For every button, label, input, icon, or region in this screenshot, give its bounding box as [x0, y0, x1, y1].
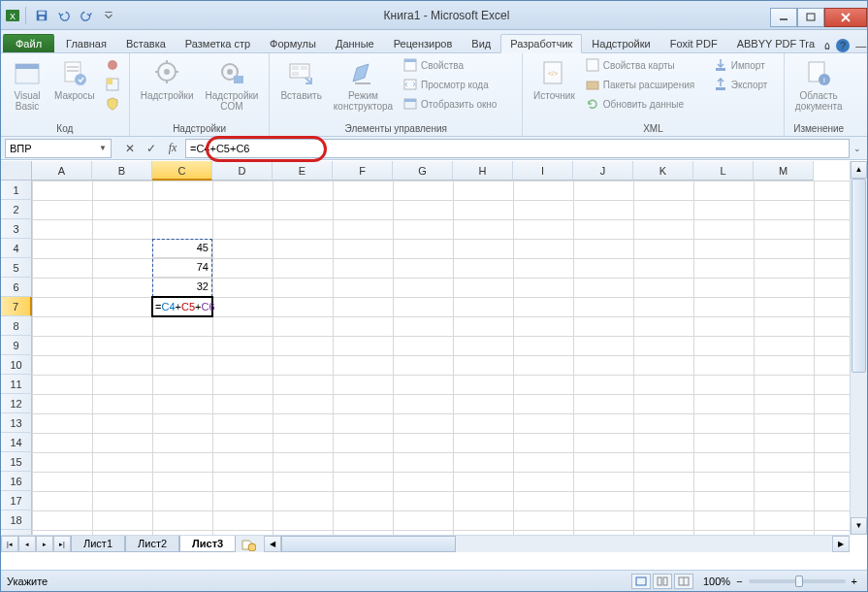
document-area-button[interactable]: i Область документа	[790, 55, 848, 122]
workbook-minimize-icon[interactable]: —	[855, 40, 866, 51]
row-header-14[interactable]: 14	[1, 433, 32, 452]
col-header-G[interactable]: G	[393, 161, 453, 181]
qat-undo-icon[interactable]	[53, 5, 75, 26]
row-header-13[interactable]: 13	[1, 413, 32, 433]
row-header-2[interactable]: 2	[1, 200, 32, 219]
expand-formula-bar-icon[interactable]: ⌄	[851, 139, 864, 158]
tab-addins[interactable]: Надстройки	[582, 34, 659, 52]
qat-customize-icon[interactable]	[98, 5, 119, 26]
scroll-up-button[interactable]: ▲	[851, 161, 867, 179]
insert-function-button[interactable]: fx	[162, 139, 183, 158]
col-header-M[interactable]: M	[754, 161, 814, 181]
tab-foxit[interactable]: Foxit PDF	[660, 34, 727, 52]
col-header-L[interactable]: L	[693, 161, 754, 181]
col-header-B[interactable]: B	[92, 161, 152, 181]
hscroll-thumb[interactable]	[281, 536, 456, 552]
tab-view[interactable]: Вид	[462, 34, 500, 52]
tab-data[interactable]: Данные	[326, 34, 384, 52]
col-header-C[interactable]: C	[152, 161, 212, 181]
com-addins-button[interactable]: Надстройки COM	[201, 55, 264, 122]
row-header-15[interactable]: 15	[1, 452, 32, 472]
show-window-button[interactable]: Отобразить окно	[400, 94, 516, 114]
insert-control-button[interactable]: Вставить	[275, 55, 326, 122]
sheet-tab-3[interactable]: Лист3	[179, 536, 236, 552]
tab-home[interactable]: Главная	[56, 34, 116, 52]
col-header-K[interactable]: K	[633, 161, 693, 181]
row-header-12[interactable]: 12	[1, 394, 32, 413]
visual-basic-button[interactable]: Visual Basic	[7, 55, 48, 122]
row-header-1[interactable]: 1	[1, 181, 32, 200]
col-header-F[interactable]: F	[333, 161, 393, 181]
row-header-8[interactable]: 8	[1, 316, 32, 336]
scroll-left-button[interactable]: ◀	[264, 536, 281, 552]
design-mode-button[interactable]: Режим конструктора	[329, 55, 398, 122]
xml-source-button[interactable]: </> Источник	[529, 55, 580, 122]
view-code-button[interactable]: Просмотр кода	[400, 75, 516, 94]
view-page-layout-button[interactable]	[653, 574, 672, 589]
import-button[interactable]: Импорт	[710, 55, 778, 75]
row-header-9[interactable]: 9	[1, 336, 32, 355]
view-normal-button[interactable]	[631, 574, 651, 589]
vertical-scrollbar[interactable]: ▲ ▼	[850, 161, 867, 535]
col-header-E[interactable]: E	[273, 161, 333, 181]
col-header-J[interactable]: J	[573, 161, 633, 181]
minimize-button[interactable]	[770, 8, 797, 27]
row-header-16[interactable]: 16	[1, 472, 32, 491]
row-header-3[interactable]: 3	[1, 219, 32, 239]
zoom-slider[interactable]	[749, 579, 846, 583]
sheet-nav-next[interactable]: ▸	[36, 536, 53, 552]
qat-save-icon[interactable]	[31, 5, 52, 26]
zoom-out-button[interactable]: −	[732, 576, 746, 587]
cells-area[interactable]: 45 74 32 =C4+C5+C6	[32, 181, 850, 535]
cell-C7-editing[interactable]: =C4+C5+C6	[151, 296, 213, 317]
record-macro-button[interactable]	[102, 55, 123, 75]
view-page-break-button[interactable]	[674, 574, 693, 589]
cancel-formula-button[interactable]: ✕	[119, 139, 141, 158]
row-header-4[interactable]: 4	[1, 239, 32, 258]
help-icon[interactable]: ?	[836, 39, 850, 52]
tab-abbyy[interactable]: ABBYY PDF Tra	[727, 34, 825, 52]
zoom-in-button[interactable]: +	[848, 576, 861, 587]
macros-button[interactable]: Макросы	[49, 55, 100, 122]
row-header-11[interactable]: 11	[1, 375, 32, 394]
maximize-button[interactable]	[797, 8, 824, 27]
row-header-6[interactable]: 6	[1, 278, 32, 297]
export-button[interactable]: Экспорт	[710, 75, 778, 94]
formula-input[interactable]: =C4+C5+C6	[185, 139, 850, 158]
scroll-right-button[interactable]: ▶	[832, 536, 850, 552]
sheet-nav-last[interactable]: ▸|	[53, 536, 71, 552]
close-button[interactable]	[824, 8, 867, 27]
row-header-17[interactable]: 17	[1, 491, 32, 510]
tab-developer[interactable]: Разработчик	[500, 34, 582, 53]
name-box[interactable]: ВПР ▼	[5, 139, 112, 158]
expansion-packs-button[interactable]: Пакеты расширения	[582, 75, 708, 94]
sheet-nav-prev[interactable]: ◂	[18, 536, 36, 552]
tab-formulas[interactable]: Формулы	[260, 34, 326, 52]
sheet-tab-2[interactable]: Лист2	[125, 536, 179, 552]
tab-file[interactable]: Файл	[3, 34, 54, 52]
tab-layout[interactable]: Разметка стр	[176, 34, 260, 52]
tab-review[interactable]: Рецензиров	[384, 34, 463, 52]
minimize-ribbon-icon[interactable]: ۵	[824, 40, 830, 52]
map-properties-button[interactable]: Свойства карты	[582, 55, 708, 75]
row-header-18[interactable]: 18	[1, 510, 32, 530]
use-relative-refs-button[interactable]	[102, 75, 123, 94]
enter-formula-button[interactable]: ✓	[141, 139, 162, 158]
col-header-D[interactable]: D	[212, 161, 273, 181]
zoom-slider-knob[interactable]	[795, 576, 803, 587]
col-header-H[interactable]: H	[453, 161, 513, 181]
zoom-level[interactable]: 100%	[703, 576, 730, 587]
new-sheet-button[interactable]	[239, 537, 258, 552]
vscroll-thumb[interactable]	[852, 179, 866, 373]
qat-redo-icon[interactable]	[76, 5, 97, 26]
row-header-5[interactable]: 5	[1, 258, 32, 278]
name-box-dropdown-icon[interactable]: ▼	[99, 144, 107, 152]
col-header-A[interactable]: A	[32, 161, 92, 181]
sheet-tab-1[interactable]: Лист1	[71, 536, 125, 552]
macro-security-button[interactable]	[102, 94, 123, 114]
col-header-I[interactable]: I	[513, 161, 573, 181]
addins-button[interactable]: Надстройки	[136, 55, 199, 122]
refresh-data-button[interactable]: Обновить данные	[582, 94, 708, 114]
tab-insert[interactable]: Вставка	[116, 34, 176, 52]
select-all-corner[interactable]	[1, 161, 32, 181]
